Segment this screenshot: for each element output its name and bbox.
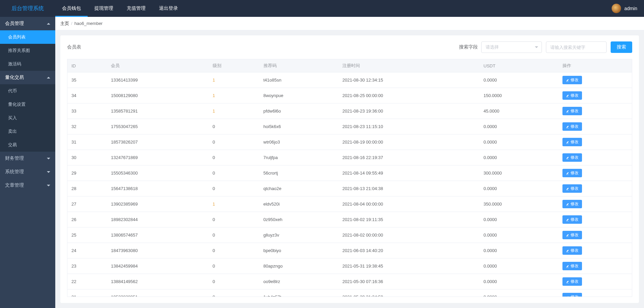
topnav-item-3[interactable]: 退出登录 <box>152 0 185 17</box>
cell-code: oo9e8lrz <box>259 274 339 289</box>
edit-button[interactable]: 修改 <box>562 76 582 84</box>
topnav-item-1[interactable]: 提现管理 <box>88 0 120 17</box>
search-button[interactable]: 搜索 <box>611 41 632 53</box>
cell-code: qtchao2e <box>259 181 339 196</box>
table-header-row: ID 会员 级别 推荐码 注册时间 USDT 操作 <box>67 59 632 72</box>
brand-title: 后台管理系统 <box>0 5 55 12</box>
cell-usdt: 0.0000 <box>480 212 559 227</box>
col-op[interactable]: 操作 <box>558 59 632 72</box>
col-code[interactable]: 推荐码 <box>259 59 339 72</box>
cell-level: 0 <box>209 243 259 258</box>
edit-icon <box>566 94 569 97</box>
panel-title: 会员表 <box>67 44 81 50</box>
edit-icon <box>566 156 569 159</box>
cell-code: glluyz3v <box>259 227 339 243</box>
chevron-down-icon <box>47 158 50 159</box>
table-row: 25138065746570glluyz3v2021-08-02 00:00:0… <box>67 227 632 243</box>
cell-reg-time: 2021-08-04 00:00:00 <box>338 196 480 212</box>
edit-button[interactable]: 修改 <box>562 122 582 131</box>
edit-button[interactable]: 修改 <box>562 246 582 255</box>
edit-button[interactable]: 修改 <box>562 200 582 208</box>
edit-button[interactable]: 修改 <box>562 277 582 286</box>
table-row: 261898230284400z950xeh2021-08-02 19:11:3… <box>67 212 632 227</box>
edit-button[interactable]: 修改 <box>562 138 582 146</box>
topnav-item-0[interactable]: 会员钱包 <box>55 0 88 17</box>
cell-member: 15647138618 <box>107 181 209 196</box>
edit-button-label: 修改 <box>571 248 579 253</box>
cell-op: 修改 <box>558 72 632 88</box>
search-field-select[interactable]: 请选择 <box>481 41 542 53</box>
edit-icon <box>566 187 569 190</box>
cell-level: 0 <box>209 274 259 289</box>
search-field-label: 搜索字段 <box>459 44 478 50</box>
cell-level: 0 <box>209 134 259 150</box>
edit-button[interactable]: 修改 <box>562 169 582 177</box>
edit-button[interactable]: 修改 <box>562 153 582 162</box>
edit-button-label: 修改 <box>571 124 579 129</box>
cell-level: 0 <box>209 212 259 227</box>
cell-reg-time: 2021-06-03 14:40:20 <box>338 243 480 258</box>
cell-usdt: 350.0000 <box>480 196 559 212</box>
cell-code: 80apzngo <box>259 258 339 274</box>
cell-id: 25 <box>67 227 107 243</box>
table-row: 27139023859691eldv520i2021-08-04 00:00:0… <box>67 196 632 212</box>
member-table-container[interactable]: ID 会员 级别 推荐码 注册时间 USDT 操作 35133614133991… <box>67 59 632 297</box>
cell-usdt: 150.0000 <box>480 88 559 103</box>
cell-reg-time: 2021-05-29 21:34:59 <box>338 289 480 297</box>
avatar <box>612 4 621 13</box>
edit-button[interactable]: 修改 <box>562 184 582 193</box>
col-level[interactable]: 级别 <box>209 59 259 72</box>
edit-button[interactable]: 修改 <box>562 262 582 270</box>
table-row: 31185738262070wtr06jo32021-08-19 00:00:0… <box>67 134 632 150</box>
breadcrumb-home[interactable]: 主页 <box>60 21 69 27</box>
sidebar-item-1-2[interactable]: 买入 <box>0 111 55 125</box>
cell-usdt: 0.0000 <box>480 181 559 196</box>
cell-level: 1 <box>209 88 259 103</box>
cell-op: 修改 <box>558 150 632 165</box>
cell-reg-time: 2021-08-23 19:36:00 <box>338 103 480 119</box>
col-usdt[interactable]: USDT <box>480 59 559 72</box>
search-input[interactable] <box>546 41 607 53</box>
table-row: 35133614133991t41o85sn2021-08-30 12:34:1… <box>67 72 632 88</box>
edit-button-label: 修改 <box>571 155 579 160</box>
cell-level: 0 <box>209 165 259 181</box>
sidebar-item-0-2[interactable]: 激活码 <box>0 57 55 71</box>
edit-button[interactable]: 修改 <box>562 215 582 224</box>
cell-usdt: 0.0000 <box>480 289 559 297</box>
cell-member: 13585781291 <box>107 103 209 119</box>
edit-button-label: 修改 <box>571 263 579 269</box>
top-nav: 会员钱包提现管理充值管理退出登录 <box>55 0 185 17</box>
sidebar-group-3[interactable]: 系统管理 <box>0 165 55 179</box>
edit-button[interactable]: 修改 <box>562 91 582 100</box>
sidebar-group-2[interactable]: 财务管理 <box>0 152 55 165</box>
table-row: 211952382895101vh4z57t2021-05-29 21:34:5… <box>67 289 632 297</box>
sidebar-item-1-3[interactable]: 卖出 <box>0 125 55 138</box>
topnav-item-2[interactable]: 充值管理 <box>120 0 152 17</box>
edit-button[interactable]: 修改 <box>562 293 582 297</box>
cell-level: 1 <box>209 72 259 88</box>
col-reg-time[interactable]: 注册时间 <box>338 59 480 72</box>
chevron-down-icon <box>535 47 538 48</box>
sidebar-item-1-1[interactable]: 量化设置 <box>0 98 55 111</box>
edit-button[interactable]: 修改 <box>562 107 582 115</box>
edit-button[interactable]: 修改 <box>562 231 582 239</box>
sidebar-item-1-0[interactable]: 代币 <box>0 84 55 98</box>
sidebar-item-1-4[interactable]: 交易 <box>0 138 55 152</box>
cell-id: 31 <box>67 134 107 150</box>
cell-member: 17553047265 <box>107 119 209 134</box>
sidebar-item-0-1[interactable]: 推荐关系图 <box>0 44 55 57</box>
sidebar-group-label: 财务管理 <box>5 155 24 161</box>
col-id[interactable]: ID <box>67 59 107 72</box>
sidebar-group-1[interactable]: 量化交易 <box>0 71 55 84</box>
sidebar-group-0[interactable]: 会员管理 <box>0 17 55 30</box>
cell-id: 34 <box>67 88 107 103</box>
cell-op: 修改 <box>558 227 632 243</box>
cell-usdt: 300.0000 <box>480 165 559 181</box>
cell-code: wtr06jo3 <box>259 134 339 150</box>
sidebar-item-0-0[interactable]: 会员列表 <box>0 30 55 44</box>
table-row: 2313842459984080apzngo2021-05-31 19:38:4… <box>67 258 632 274</box>
sidebar-group-4[interactable]: 文章管理 <box>0 179 55 192</box>
user-menu[interactable]: admin <box>612 4 637 13</box>
table-row: 24184739630800bpe0biyo2021-06-03 14:40:2… <box>67 243 632 258</box>
col-member[interactable]: 会员 <box>107 59 209 72</box>
